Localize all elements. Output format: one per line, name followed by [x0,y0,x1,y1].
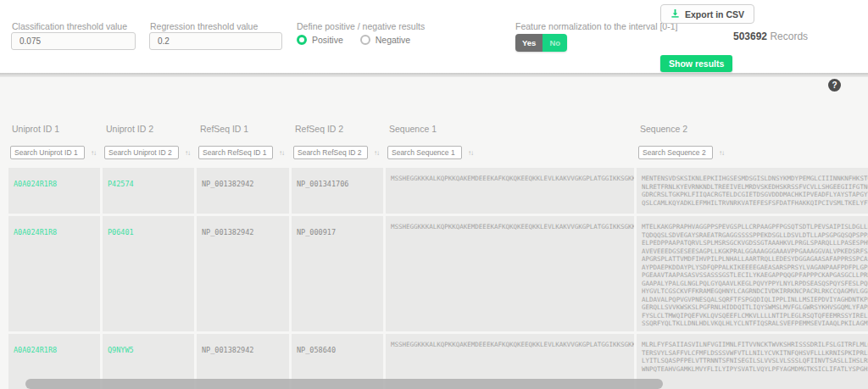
results-mode-label: Define positive / negative results [297,21,425,31]
sort-refseq1-icon[interactable]: ↑↓ [279,149,284,157]
control-bar: Classification threshold value Regressio… [0,0,868,73]
sort-uniprot2-icon[interactable]: ↑↓ [185,149,190,157]
column-header-refseq2: RefSeq ID 2 [292,124,383,134]
column-header-sequence1: Sequence 1 [386,124,634,134]
export-csv-label: Export in CSV [685,9,744,19]
refseq-id-value: NP_001382942 [202,180,253,188]
refseq-id-value: NP_058640 [297,346,336,354]
uniprot-id-link[interactable]: A0A024R1R8 [14,180,57,188]
normalization-toggle[interactable]: Yes No [515,34,567,52]
negative-radio-label: Negative [376,35,410,45]
regression-threshold-input[interactable] [149,32,282,50]
search-refseq2-input[interactable] [293,146,368,159]
sequence-text: MENTENSVDSKSIKNLEPKIIHGSESMDSGISLDNSYKMD… [642,175,868,207]
export-csv-button[interactable]: Export in CSV [660,4,754,24]
sequence-text: MLRLFYFSAIIASVILNFVGIIMNLFITVVNCKTWVKSHR… [642,341,868,373]
uniprot-id-link[interactable]: P06401 [108,228,134,236]
help-icon[interactable]: ? [828,79,841,92]
uniprot-id-link[interactable]: A0A024R1R8 [14,228,57,236]
normalization-yes-option[interactable]: Yes [515,34,542,52]
table-filter-row: ↑↓ ↑↓ ↑↓ ↑↓ ↑↓ ↑↓ [8,146,868,159]
refseq-id-value: NP_001382942 [202,228,253,236]
uniprot-id-link[interactable]: A0A024R1R8 [14,346,57,354]
sort-uniprot1-icon[interactable]: ↑↓ [91,149,96,157]
records-count: 503692 [733,31,767,42]
classification-threshold-label: Classification threshold value [12,21,127,31]
download-icon [670,8,680,19]
normalization-label: Feature normalization to the interval [0… [515,21,677,31]
sort-sequence1-icon[interactable]: ↑↓ [468,149,473,157]
records-counter: 503692 Records [733,31,808,42]
table-row: A0A024R1R8 P42574 NP_001382942 NP_001341… [8,168,868,214]
sort-refseq2-icon[interactable]: ↑↓ [374,149,379,157]
column-header-uniprot2: Uniprot ID 2 [103,124,194,134]
positive-radio-label: Positive [312,35,343,45]
refseq-id-value: NP_001382942 [202,346,253,354]
search-sequence2-input[interactable] [638,146,713,159]
normalization-no-option[interactable]: No [542,34,567,52]
sequence-text: MSSHEGGKKKALKQPKKQAKEMDEEEKAFKQKQKEEQKKL… [391,175,629,183]
refseq-id-value: NP_001341706 [297,180,348,188]
sequence-text: MSSHEGGKKKALKQPKKQAKEMDEEEKAFKQKQKEEQKKL… [391,341,629,349]
sort-sequence2-icon[interactable]: ↑↓ [719,149,724,157]
show-results-button[interactable]: Show results [660,55,732,72]
uniprot-id-link[interactable]: P42574 [108,180,134,188]
classification-threshold-input[interactable] [11,32,136,50]
column-header-refseq1: RefSeq ID 1 [197,124,289,134]
regression-threshold-label: Regression threshold value [150,21,258,31]
refseq-id-value: NP_000917 [297,228,336,236]
column-header-uniprot1: Uniprot ID 1 [8,124,100,134]
column-header-sequence2: Sequence 2 [637,124,868,134]
table-header-row: Uniprot ID 1 Uniprot ID 2 RefSeq ID 1 Re… [8,124,868,134]
uniprot-id-link[interactable]: Q9NYW5 [108,346,134,354]
negative-radio[interactable] [360,35,370,45]
table-row: A0A024R1R8 P06401 NP_001382942 NP_000917… [8,216,868,331]
sequence-text: MSSHEGGKKKALKQPKKQAKEMDEEEKAFKQKQKEEQKKL… [391,223,629,231]
positive-radio[interactable] [297,35,307,45]
horizontal-scrollbar[interactable] [25,379,663,389]
search-refseq1-input[interactable] [198,146,273,159]
search-sequence1-input[interactable] [387,146,462,159]
search-uniprot1-input[interactable] [10,146,85,159]
sequence-text: MTELKAKGPRAPHVAGGPPSPEVGSPLLCRPAAGPFPGSQ… [642,223,868,328]
search-uniprot2-input[interactable] [104,146,179,159]
records-label: Records [770,31,808,42]
results-table-section: ? Uniprot ID 1 Uniprot ID 2 RefSeq ID 1 … [0,77,868,389]
table-body: A0A024R1R8 P42574 NP_001382942 NP_001341… [8,168,868,389]
